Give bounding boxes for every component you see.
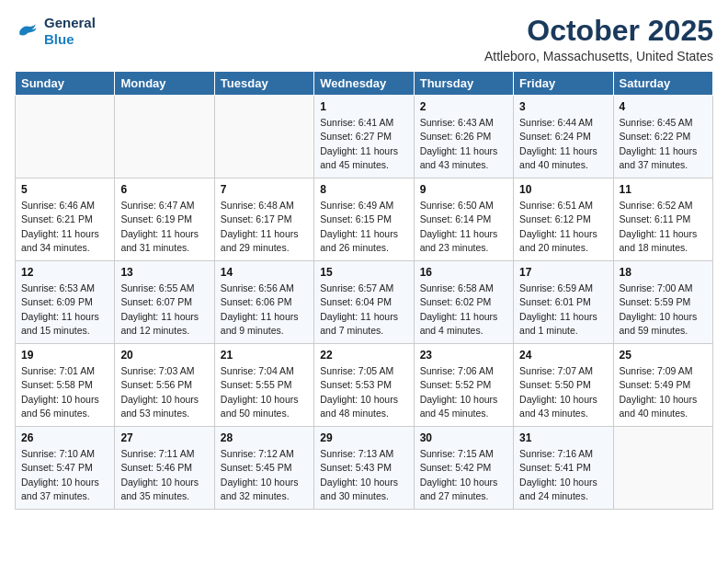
day-info: Sunrise: 6:43 AMSunset: 6:26 PMDaylight:… [420, 116, 507, 172]
day-info: Sunrise: 7:06 AMSunset: 5:52 PMDaylight:… [420, 364, 507, 420]
day-number: 18 [620, 266, 707, 279]
calendar-cell: 8Sunrise: 6:49 AMSunset: 6:15 PMDaylight… [314, 178, 414, 261]
day-info: Sunrise: 7:07 AMSunset: 5:50 PMDaylight:… [519, 364, 607, 420]
day-info: Sunrise: 6:52 AMSunset: 6:11 PMDaylight:… [620, 199, 707, 255]
calendar-body: 1Sunrise: 6:41 AMSunset: 6:27 PMDaylight… [16, 96, 713, 510]
week-row-3: 12Sunrise: 6:53 AMSunset: 6:09 PMDayligh… [16, 261, 713, 344]
day-info: Sunrise: 6:58 AMSunset: 6:02 PMDaylight:… [420, 282, 507, 338]
logo: General Blue [15, 15, 96, 48]
weekday-header-friday: Friday [514, 72, 613, 96]
day-info: Sunrise: 6:49 AMSunset: 6:15 PMDaylight:… [320, 199, 407, 255]
weekday-header-saturday: Saturday [613, 72, 712, 96]
calendar-cell: 2Sunrise: 6:43 AMSunset: 6:26 PMDaylight… [414, 96, 513, 178]
calendar-cell: 17Sunrise: 6:59 AMSunset: 6:01 PMDayligh… [514, 261, 613, 344]
week-row-2: 5Sunrise: 6:46 AMSunset: 6:21 PMDaylight… [16, 178, 713, 261]
day-number: 21 [221, 349, 308, 362]
calendar-cell: 29Sunrise: 7:13 AMSunset: 5:43 PMDayligh… [314, 427, 414, 510]
calendar-cell: 30Sunrise: 7:15 AMSunset: 5:42 PMDayligh… [414, 427, 513, 510]
day-number: 15 [320, 266, 407, 279]
day-number: 19 [21, 349, 108, 362]
weekday-header-row: SundayMondayTuesdayWednesdayThursdayFrid… [16, 72, 713, 96]
calendar-cell: 15Sunrise: 6:57 AMSunset: 6:04 PMDayligh… [314, 261, 414, 344]
day-number: 3 [519, 100, 607, 113]
title-section: October 2025 Attleboro, Massachusetts, U… [484, 15, 713, 63]
day-number: 20 [120, 349, 208, 362]
day-number: 14 [221, 266, 308, 279]
day-info: Sunrise: 6:48 AMSunset: 6:17 PMDaylight:… [221, 199, 308, 255]
week-row-4: 19Sunrise: 7:01 AMSunset: 5:58 PMDayligh… [16, 344, 713, 427]
day-info: Sunrise: 6:41 AMSunset: 6:27 PMDaylight:… [320, 116, 407, 172]
day-info: Sunrise: 7:09 AMSunset: 5:49 PMDaylight:… [620, 364, 707, 420]
day-info: Sunrise: 6:45 AMSunset: 6:22 PMDaylight:… [620, 116, 707, 172]
day-info: Sunrise: 7:12 AMSunset: 5:45 PMDaylight:… [221, 447, 308, 503]
day-number: 29 [320, 431, 407, 444]
day-info: Sunrise: 6:55 AMSunset: 6:07 PMDaylight:… [120, 282, 208, 338]
day-number: 17 [519, 266, 607, 279]
day-info: Sunrise: 7:04 AMSunset: 5:55 PMDaylight:… [221, 364, 308, 420]
day-info: Sunrise: 7:13 AMSunset: 5:43 PMDaylight:… [320, 447, 407, 503]
day-number: 23 [420, 349, 507, 362]
calendar-cell: 4Sunrise: 6:45 AMSunset: 6:22 PMDaylight… [613, 96, 712, 178]
calendar-table: SundayMondayTuesdayWednesdayThursdayFrid… [15, 71, 713, 510]
calendar-cell: 20Sunrise: 7:03 AMSunset: 5:56 PMDayligh… [115, 344, 214, 427]
calendar-cell: 11Sunrise: 6:52 AMSunset: 6:11 PMDayligh… [613, 178, 712, 261]
day-number: 7 [221, 183, 308, 196]
day-number: 11 [620, 183, 707, 196]
calendar-cell: 27Sunrise: 7:11 AMSunset: 5:46 PMDayligh… [115, 427, 214, 510]
day-info: Sunrise: 6:56 AMSunset: 6:06 PMDaylight:… [221, 282, 308, 338]
calendar-wrapper: General Blue October 2025 Attleboro, Mas… [0, 0, 728, 519]
calendar-cell: 24Sunrise: 7:07 AMSunset: 5:50 PMDayligh… [514, 344, 613, 427]
day-number: 26 [21, 431, 108, 444]
calendar-cell: 1Sunrise: 6:41 AMSunset: 6:27 PMDaylight… [314, 96, 414, 178]
logo-bird-icon [15, 18, 40, 44]
day-info: Sunrise: 6:46 AMSunset: 6:21 PMDaylight:… [21, 199, 108, 255]
calendar-cell: 19Sunrise: 7:01 AMSunset: 5:58 PMDayligh… [16, 344, 115, 427]
day-number: 27 [120, 431, 208, 444]
calendar-cell: 7Sunrise: 6:48 AMSunset: 6:17 PMDaylight… [214, 178, 313, 261]
calendar-cell: 21Sunrise: 7:04 AMSunset: 5:55 PMDayligh… [214, 344, 313, 427]
day-info: Sunrise: 6:57 AMSunset: 6:04 PMDaylight:… [320, 282, 407, 338]
day-info: Sunrise: 6:53 AMSunset: 6:09 PMDaylight:… [21, 282, 108, 338]
day-number: 12 [21, 266, 108, 279]
calendar-cell: 3Sunrise: 6:44 AMSunset: 6:24 PMDaylight… [514, 96, 613, 178]
location-title: Attleboro, Massachusetts, United States [484, 49, 713, 63]
day-info: Sunrise: 7:03 AMSunset: 5:56 PMDaylight:… [120, 364, 208, 420]
day-info: Sunrise: 6:51 AMSunset: 6:12 PMDaylight:… [519, 199, 607, 255]
calendar-cell: 14Sunrise: 6:56 AMSunset: 6:06 PMDayligh… [214, 261, 313, 344]
calendar-cell: 6Sunrise: 6:47 AMSunset: 6:19 PMDaylight… [115, 178, 214, 261]
day-number: 30 [420, 431, 507, 444]
day-number: 28 [221, 431, 308, 444]
day-number: 16 [420, 266, 507, 279]
day-number: 24 [519, 349, 607, 362]
day-info: Sunrise: 6:50 AMSunset: 6:14 PMDaylight:… [420, 199, 507, 255]
weekday-header-thursday: Thursday [414, 72, 513, 96]
day-number: 10 [519, 183, 607, 196]
calendar-cell: 22Sunrise: 7:05 AMSunset: 5:53 PMDayligh… [314, 344, 414, 427]
day-info: Sunrise: 7:10 AMSunset: 5:47 PMDaylight:… [21, 447, 108, 503]
calendar-cell: 31Sunrise: 7:16 AMSunset: 5:41 PMDayligh… [514, 427, 613, 510]
week-row-1: 1Sunrise: 6:41 AMSunset: 6:27 PMDaylight… [16, 96, 713, 178]
calendar-cell: 16Sunrise: 6:58 AMSunset: 6:02 PMDayligh… [414, 261, 513, 344]
calendar-cell [613, 427, 712, 510]
month-title: October 2025 [484, 15, 713, 47]
day-number: 31 [519, 431, 607, 444]
weekday-header-monday: Monday [115, 72, 214, 96]
day-number: 6 [120, 183, 208, 196]
weekday-header-wednesday: Wednesday [314, 72, 414, 96]
day-number: 9 [420, 183, 507, 196]
logo-text: General Blue [44, 15, 96, 48]
day-info: Sunrise: 6:44 AMSunset: 6:24 PMDaylight:… [519, 116, 607, 172]
day-info: Sunrise: 7:16 AMSunset: 5:41 PMDaylight:… [519, 447, 607, 503]
day-info: Sunrise: 7:05 AMSunset: 5:53 PMDaylight:… [320, 364, 407, 420]
day-number: 4 [620, 100, 707, 113]
calendar-cell: 10Sunrise: 6:51 AMSunset: 6:12 PMDayligh… [514, 178, 613, 261]
calendar-cell: 13Sunrise: 6:55 AMSunset: 6:07 PMDayligh… [115, 261, 214, 344]
day-info: Sunrise: 7:11 AMSunset: 5:46 PMDaylight:… [120, 447, 208, 503]
calendar-cell: 18Sunrise: 7:00 AMSunset: 5:59 PMDayligh… [613, 261, 712, 344]
calendar-cell [115, 96, 214, 178]
day-number: 5 [21, 183, 108, 196]
calendar-cell: 28Sunrise: 7:12 AMSunset: 5:45 PMDayligh… [214, 427, 313, 510]
week-row-5: 26Sunrise: 7:10 AMSunset: 5:47 PMDayligh… [16, 427, 713, 510]
weekday-header-tuesday: Tuesday [214, 72, 313, 96]
weekday-header-sunday: Sunday [16, 72, 115, 96]
